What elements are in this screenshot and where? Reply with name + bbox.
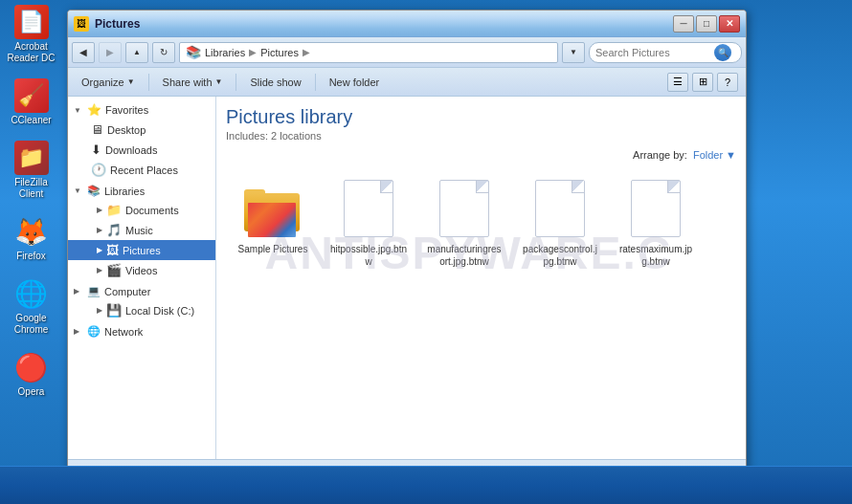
window-controls: ─ □ ✕: [673, 15, 740, 33]
sidebar-favorites-header[interactable]: ▼ ⭐ Favorites: [68, 100, 215, 120]
sidebar-item-documents-label: Documents: [125, 205, 179, 216]
sidebar-section-libraries: ▼ 📚 Libraries ▶ 📁 Documents ▶ 🎵 Music ▶ …: [68, 182, 215, 280]
toolbar: Organize ▼ Share with ▼ Slide show New f…: [68, 68, 746, 97]
sidebar-item-local-disk[interactable]: ▶ 💾 Local Disk (C:): [68, 300, 215, 320]
desktop-icon-sm: 🖥: [91, 122, 103, 137]
explorer-window: 🖼 Pictures ─ □ ✕ ◀ ▶ ▲ ↻ 📚 Libraries ▶ P…: [67, 10, 747, 483]
desktop-icon-label-opera: Opera: [18, 386, 45, 398]
sidebar-item-pictures[interactable]: ▶ 🖼 Pictures: [68, 240, 215, 260]
file-icon-4: [529, 178, 591, 239]
arrange-arrow-icon: ▼: [726, 149, 736, 161]
network-icon: 🌐: [87, 325, 101, 338]
downloads-icon-sm: ⬇: [91, 142, 101, 157]
slide-show-label: Slide show: [250, 77, 301, 88]
file-item-sample-pictures[interactable]: Sample Pictures: [230, 174, 316, 272]
documents-icon-sm: 📁: [106, 203, 122, 217]
slide-show-button[interactable]: Slide show: [244, 75, 306, 90]
file-item-2[interactable]: hitpossible.jpg.btnw: [325, 174, 412, 272]
sidebar-item-downloads[interactable]: ⬇ Downloads: [68, 140, 215, 160]
view-grid-button[interactable]: ⊞: [692, 73, 713, 92]
refresh-button[interactable]: ↻: [152, 42, 175, 63]
sidebar-item-music-label: Music: [125, 225, 153, 236]
sidebar-item-videos-label: Videos: [125, 265, 157, 276]
sidebar-section-computer: ▶ 💻 Computer ▶ 💾 Local Disk (C:): [68, 282, 215, 320]
back-button[interactable]: ◀: [72, 42, 95, 63]
sidebar: ▼ ⭐ Favorites 🖥 Desktop ⬇ Downloads 🕐 Re…: [68, 97, 216, 459]
sidebar-computer-header[interactable]: ▶ 💻 Computer: [68, 282, 215, 300]
expand-videos-icon: ▶: [97, 266, 102, 274]
file-label-5: ratesmaximum.jpg.btnw: [617, 243, 695, 268]
sidebar-item-downloads-label: Downloads: [105, 144, 157, 156]
up-button[interactable]: ▲: [125, 42, 148, 63]
forward-button[interactable]: ▶: [99, 42, 122, 63]
search-input[interactable]: [595, 47, 710, 58]
file-label-4: packagescontrol.jpg.btnw: [521, 243, 599, 268]
pictures-icon-sm: 🖼: [106, 243, 119, 257]
help-button[interactable]: ?: [717, 73, 738, 92]
organize-arrow: ▼: [127, 77, 135, 86]
search-bar[interactable]: 🔍: [589, 42, 742, 63]
share-with-button[interactable]: Share with ▼: [157, 75, 229, 90]
desktop-icon-label-firefox: Firefox: [16, 251, 46, 262]
content-area: Pictures library Includes: 2 locations A…: [216, 97, 746, 459]
view-controls: ☰ ⊞ ?: [667, 73, 738, 92]
file-item-4[interactable]: packagescontrol.jpg.btnw: [517, 174, 603, 272]
arrange-label: Arrange by:: [633, 149, 687, 161]
organize-button[interactable]: Organize ▼: [76, 75, 141, 90]
file-label-sample-pictures: Sample Pictures: [238, 243, 308, 255]
taskbar: [0, 466, 852, 504]
expand-disk-icon: ▶: [97, 306, 102, 315]
desktop-icon-opera[interactable]: 🔴 Opera: [5, 350, 57, 398]
sidebar-libraries-header[interactable]: ▼ 📚 Libraries: [68, 182, 215, 200]
sidebar-item-recent-label: Recent Places: [110, 164, 178, 176]
main-content: ▼ ⭐ Favorites 🖥 Desktop ⬇ Downloads 🕐 Re…: [68, 97, 746, 459]
share-with-arrow: ▼: [215, 77, 223, 86]
libraries-icon: 📚: [87, 185, 101, 197]
recent-places-icon-sm: 🕐: [91, 163, 106, 177]
view-change-button[interactable]: ☰: [667, 73, 688, 92]
expand-pictures-icon: ▶: [97, 246, 102, 254]
sidebar-item-music[interactable]: ▶ 🎵 Music: [68, 220, 215, 240]
file-label-2: hitpossible.jpg.btnw: [329, 243, 408, 268]
file-item-3[interactable]: manufacturingresort.jpg.btnw: [421, 174, 507, 272]
desktop-icon-filezilla[interactable]: 📁 FileZilla Client: [5, 141, 57, 200]
files-grid: Sample Pictures hitpossible.jpg.btnw man…: [226, 170, 736, 275]
sidebar-favorites-label: Favorites: [105, 104, 148, 116]
sidebar-computer-label: Computer: [104, 286, 150, 297]
desktop-icon-chrome[interactable]: 🌐 GoogleChrome: [5, 276, 57, 336]
maximize-button[interactable]: □: [696, 15, 717, 33]
file-label-3: manufacturingresort.jpg.btnw: [425, 243, 504, 268]
sidebar-item-pictures-label: Pictures: [123, 245, 161, 256]
file-icon-2: [338, 178, 399, 239]
desktop-icon-ccleaner[interactable]: 🧹 CCleaner: [5, 78, 57, 126]
breadcrumb[interactable]: 📚 Libraries ▶ Pictures ▶: [179, 42, 558, 63]
file-item-5[interactable]: ratesmaximum.jpg.btnw: [613, 174, 699, 272]
favorites-expand-icon: ▼: [74, 106, 83, 115]
search-button[interactable]: 🔍: [714, 44, 731, 61]
videos-icon-sm: 🎬: [106, 263, 122, 277]
dropdown-arrow[interactable]: ▼: [562, 42, 585, 63]
content-title: Pictures library: [226, 106, 736, 128]
desktop-icon-label-acrobat: Acrobat Reader DC: [5, 41, 57, 64]
sidebar-section-favorites: ▼ ⭐ Favorites 🖥 Desktop ⬇ Downloads 🕐 Re…: [68, 100, 215, 180]
desktop-icon-acrobat[interactable]: 📄 Acrobat Reader DC: [5, 5, 57, 64]
organize-label: Organize: [81, 77, 124, 88]
desktop-icon-label-filezilla: FileZilla Client: [5, 177, 57, 200]
sidebar-item-documents[interactable]: ▶ 📁 Documents: [68, 200, 215, 220]
expand-documents-icon: ▶: [97, 206, 102, 214]
sidebar-item-videos[interactable]: ▶ 🎬 Videos: [68, 260, 215, 280]
breadcrumb-text: 📚 Libraries ▶ Pictures ▶: [186, 45, 310, 59]
sidebar-item-desktop[interactable]: 🖥 Desktop: [68, 120, 215, 140]
libraries-expand-icon: ▼: [74, 186, 83, 195]
new-folder-button[interactable]: New folder: [324, 75, 386, 90]
arrange-value: Folder: [693, 149, 723, 161]
sidebar-item-desktop-label: Desktop: [107, 124, 146, 136]
minimize-button[interactable]: ─: [673, 15, 694, 33]
arrange-dropdown[interactable]: Folder ▼: [693, 149, 736, 161]
sidebar-item-recent-places[interactable]: 🕐 Recent Places: [68, 160, 215, 180]
sidebar-network-header[interactable]: ▶ 🌐 Network: [68, 322, 215, 340]
computer-icon-sm: 💻: [87, 285, 101, 297]
desktop-icon-firefox[interactable]: 🦊 Firefox: [5, 214, 57, 262]
close-button[interactable]: ✕: [719, 15, 740, 33]
network-expand-icon: ▶: [74, 327, 83, 336]
